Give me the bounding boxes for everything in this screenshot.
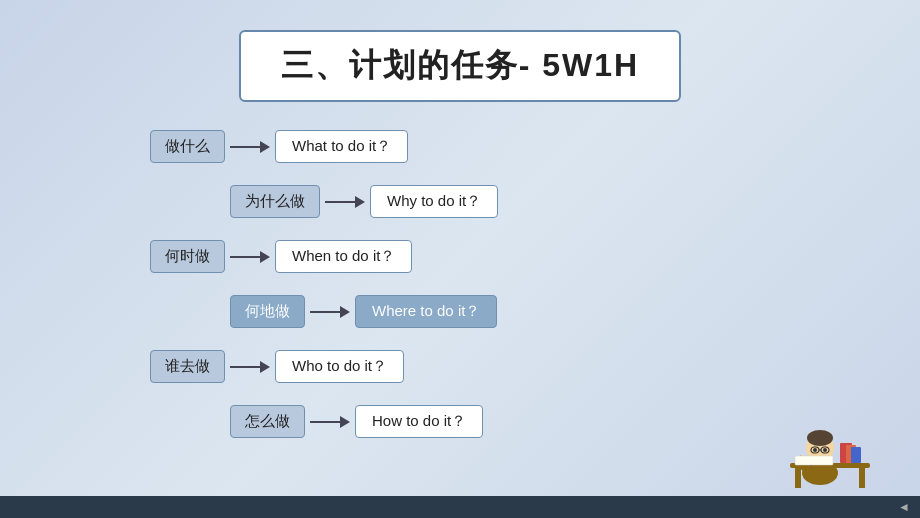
bottom-icon: ◄ [898, 500, 910, 514]
content-area: 做什么 What to do it？ 为什么做 Why to do it？ 何时… [150, 120, 770, 478]
row-who: 谁去做 Who to do it？ [150, 350, 404, 383]
person-illustration [760, 388, 880, 498]
svg-point-10 [823, 448, 827, 452]
english-label-what: What to do it？ [275, 130, 408, 163]
chinese-label-where: 何地做 [230, 295, 305, 328]
svg-rect-1 [795, 468, 801, 488]
arrow-when [230, 251, 270, 263]
row-what: 做什么 What to do it？ [150, 130, 408, 163]
chinese-label-when: 何时做 [150, 240, 225, 273]
svg-point-9 [813, 448, 817, 452]
row-where: 何地做 Where to do it？ [230, 295, 497, 328]
svg-point-8 [807, 430, 833, 446]
arrow-what [230, 141, 270, 153]
arrow-how [310, 416, 350, 428]
svg-rect-16 [795, 456, 833, 465]
row-when: 何时做 When to do it？ [150, 240, 412, 273]
english-label-where: Where to do it？ [355, 295, 497, 328]
svg-rect-5 [851, 447, 861, 463]
arrow-where [310, 306, 350, 318]
english-label-how: How to do it？ [355, 405, 483, 438]
english-label-who: Who to do it？ [275, 350, 404, 383]
english-label-when: When to do it？ [275, 240, 412, 273]
bottom-bar: ◄ [0, 496, 920, 518]
row-why: 为什么做 Why to do it？ [230, 185, 498, 218]
chinese-label-why: 为什么做 [230, 185, 320, 218]
arrow-who [230, 361, 270, 373]
chinese-label-who: 谁去做 [150, 350, 225, 383]
svg-rect-2 [859, 468, 865, 488]
chinese-label-what: 做什么 [150, 130, 225, 163]
slide-title: 三、计划的任务- 5W1H [239, 30, 681, 102]
arrow-why [325, 196, 365, 208]
slide: 三、计划的任务- 5W1H 做什么 What to do it？ 为什么做 Wh… [0, 0, 920, 518]
english-label-why: Why to do it？ [370, 185, 498, 218]
chinese-label-how: 怎么做 [230, 405, 305, 438]
row-how: 怎么做 How to do it？ [230, 405, 483, 438]
